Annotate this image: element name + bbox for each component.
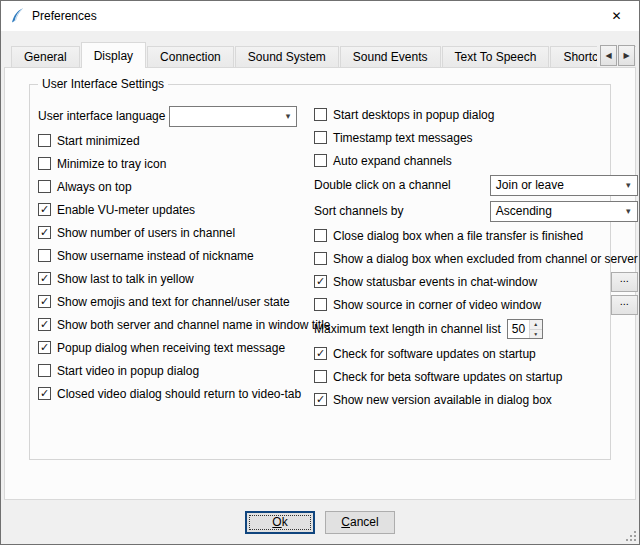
check-video-return-tab[interactable]: ✓ Closed video dialog should return to v…	[38, 382, 306, 405]
right-column: Start desktops in popup dialog Timestamp…	[314, 103, 638, 411]
double-click-combobox[interactable]: Join or leave ▾	[490, 175, 638, 196]
check-beta-updates-startup[interactable]: Check for beta software updates on start…	[314, 365, 638, 388]
checkbox-label: Show statusbar events in chat-window	[333, 275, 537, 289]
combo-value: Join or leave	[496, 178, 564, 192]
spinner-up-icon[interactable]: ▲	[529, 320, 542, 330]
checkbox-box[interactable]: ✓	[38, 295, 51, 308]
checkbox-box[interactable]	[314, 131, 327, 144]
checkbox-box[interactable]	[38, 249, 51, 262]
spinner-down-icon[interactable]: ▼	[529, 330, 542, 339]
checkbox-label: Always on top	[57, 180, 132, 194]
cancel-button[interactable]: Cancel	[325, 511, 395, 534]
check-username-instead-nickname[interactable]: Show username instead of nickname	[38, 244, 306, 267]
check-new-version-dialog[interactable]: ✓ Show new version available in dialog b…	[314, 388, 638, 411]
ok-button[interactable]: Ok	[245, 511, 315, 534]
checkbox-box[interactable]	[314, 252, 327, 265]
chevron-down-icon: ▾	[279, 111, 296, 121]
language-combobox[interactable]: ▾	[169, 106, 297, 127]
tab-display[interactable]: Display	[81, 42, 146, 68]
check-updates-startup[interactable]: ✓ Check for software updates on startup	[314, 342, 638, 365]
checkbox-label: Start minimized	[57, 134, 140, 148]
tab-sound-events[interactable]: Sound Events	[340, 46, 441, 67]
checkbox-box[interactable]: ✓	[314, 393, 327, 406]
tab-sound-system[interactable]: Sound System	[235, 46, 339, 67]
language-label: User interface language	[38, 109, 165, 123]
check-vu-meter-updates[interactable]: ✓ Enable VU-meter updates	[38, 198, 306, 221]
video-source-config-button[interactable]: ...	[611, 295, 638, 315]
statusbar-events-row: ✓ Show statusbar events in chat-window .…	[314, 270, 638, 293]
checkbox-box[interactable]	[38, 180, 51, 193]
tab-scroll-right-icon[interactable]: ▶	[618, 45, 635, 66]
checkbox-box[interactable]	[314, 298, 327, 311]
checkbox-box[interactable]: ✓	[38, 387, 51, 400]
tab-scroll-left-icon[interactable]: ◀	[600, 45, 617, 66]
checkbox-label: Show number of users in channel	[57, 226, 235, 240]
dialog-footer: Ok Cancel	[1, 500, 639, 544]
checkbox-label: Check for software updates on startup	[333, 347, 536, 361]
checkbox-box[interactable]: ✓	[314, 275, 327, 288]
double-click-row: Double click on a channel Join or leave …	[314, 172, 638, 198]
double-click-label: Double click on a channel	[314, 178, 451, 192]
display-tab-page: User Interface Settings User interface l…	[4, 67, 636, 500]
checkbox-box[interactable]: ✓	[38, 341, 51, 354]
check-filetransfer-close[interactable]: Close dialog box when a file transfer is…	[314, 224, 638, 247]
checkbox-box[interactable]	[314, 229, 327, 242]
checkbox-box[interactable]	[314, 370, 327, 383]
check-timestamp-messages[interactable]: Timestamp text messages	[314, 126, 638, 149]
tab-scroll-control: ◀ ▶	[597, 45, 635, 67]
checkbox-label: Show a dialog box when excluded from cha…	[333, 252, 638, 266]
check-start-minimized[interactable]: Start minimized	[38, 129, 306, 152]
checkbox-label: Start desktops in popup dialog	[333, 108, 494, 122]
sort-channels-label: Sort channels by	[314, 204, 403, 218]
checkbox-label: Timestamp text messages	[333, 131, 473, 145]
check-last-talk-yellow[interactable]: ✓ Show last to talk in yellow	[38, 267, 306, 290]
statusbar-events-config-button[interactable]: ...	[611, 272, 638, 292]
check-excluded-dialog[interactable]: Show a dialog box when excluded from cha…	[314, 247, 638, 270]
chevron-down-icon: ▾	[620, 180, 637, 190]
check-emojis-text-state[interactable]: ✓ Show emojis and text for channel/user …	[38, 290, 306, 313]
tab-general[interactable]: General	[11, 46, 80, 67]
checkbox-label: Closed video dialog should return to vid…	[57, 387, 301, 401]
checkbox-box[interactable]	[38, 157, 51, 170]
checkbox-box[interactable]: ✓	[314, 347, 327, 360]
video-source-row: Show source in corner of video window ..…	[314, 293, 638, 316]
checkbox-label: Minimize to tray icon	[57, 157, 166, 171]
check-desktops-popup[interactable]: Start desktops in popup dialog	[314, 103, 638, 126]
checkbox-label: Show last to talk in yellow	[57, 272, 194, 286]
checkbox-label: Show emojis and text for channel/user st…	[57, 295, 290, 309]
check-minimize-tray[interactable]: Minimize to tray icon	[38, 152, 306, 175]
window-title: Preferences	[32, 9, 97, 23]
checkbox-box[interactable]	[314, 154, 327, 167]
checkbox-box[interactable]	[38, 134, 51, 147]
checkbox-label: Auto expand channels	[333, 154, 452, 168]
checkbox-box[interactable]	[314, 108, 327, 121]
title-bar[interactable]: Preferences ✕	[1, 1, 639, 31]
check-video-popup-dialog[interactable]: Start video in popup dialog	[38, 359, 306, 382]
checkbox-box[interactable]: ✓	[38, 318, 51, 331]
combo-value: Ascending	[496, 204, 552, 218]
check-popup-text-message[interactable]: ✓ Popup dialog when receiving text messa…	[38, 336, 306, 359]
check-server-channel-window-title[interactable]: ✓ Show both server and channel name in w…	[38, 313, 306, 336]
checkbox-label: Check for beta software updates on start…	[333, 370, 562, 384]
check-user-count-in-channel[interactable]: ✓ Show number of users in channel	[38, 221, 306, 244]
check-auto-expand-channels[interactable]: Auto expand channels	[314, 149, 638, 172]
checkbox-box[interactable]: ✓	[38, 226, 51, 239]
checkbox-box[interactable]: ✓	[38, 272, 51, 285]
checkbox-box[interactable]	[38, 364, 51, 377]
left-column: User interface language ▾ Start minimize…	[38, 103, 306, 411]
checkbox-label: Start video in popup dialog	[57, 364, 199, 378]
tab-text-to-speech[interactable]: Text To Speech	[442, 46, 550, 67]
checkbox-label: Popup dialog when receiving text message	[57, 341, 285, 355]
checkbox-label: Enable VU-meter updates	[57, 203, 195, 217]
checkbox-box[interactable]: ✓	[38, 203, 51, 216]
close-button[interactable]: ✕	[594, 1, 639, 31]
checkbox-label: Show new version available in dialog box	[333, 393, 552, 407]
tab-list: General Display Connection Sound System …	[11, 41, 636, 68]
max-text-length-label: Maximum text length in channel list	[314, 322, 501, 336]
sort-channels-combobox[interactable]: Ascending ▾	[490, 201, 638, 222]
checkbox-label: Show both server and channel name in win…	[57, 318, 331, 332]
tab-connection[interactable]: Connection	[147, 46, 234, 67]
check-always-on-top[interactable]: Always on top	[38, 175, 306, 198]
max-text-length-spinner[interactable]: 50 ▲ ▼	[507, 319, 543, 339]
resize-grip-icon[interactable]	[624, 529, 637, 542]
